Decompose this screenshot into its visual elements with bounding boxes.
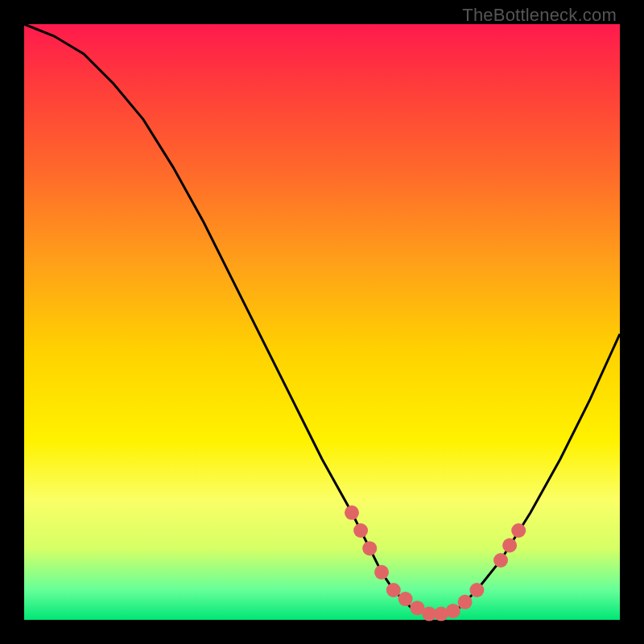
bottleneck-curve-line [24,24,620,614]
valley-marker [398,592,413,606]
valley-marker [446,604,460,618]
valley-marker [362,541,377,555]
chart-svg [24,24,620,620]
valley-marker [502,539,517,553]
watermark-text: TheBottleneck.com [462,5,617,26]
valley-marker [493,553,508,568]
valley-marker [353,523,368,538]
valley-marker [469,583,484,597]
valley-markers [345,506,526,621]
valley-marker [511,523,526,538]
valley-marker [458,595,473,609]
valley-marker [345,506,359,520]
valley-marker [386,583,401,597]
valley-marker [374,565,389,580]
